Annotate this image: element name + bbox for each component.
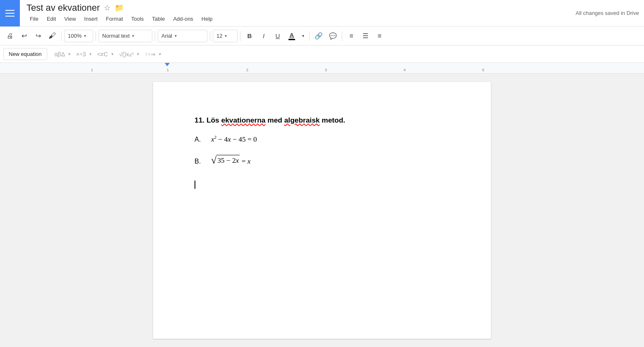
toolbar-divider-5 xyxy=(240,31,240,41)
top-bar: Test av ekvationer ☆ 📁 File Edit View In… xyxy=(0,0,644,27)
math-expr-a: x2 − 4x − 45 = 0 xyxy=(211,134,257,145)
ruler-mark-4: 4 xyxy=(404,68,406,72)
font-dropdown[interactable]: Arial ▾ xyxy=(158,30,207,42)
redwave-algebraisk: algebraisk xyxy=(284,116,320,124)
sqrt-container: √35 − 2x xyxy=(211,155,240,166)
doc-title[interactable]: Test av ekvationer xyxy=(26,2,100,13)
eq-ops-arrow[interactable]: ▾ xyxy=(89,52,91,56)
ruler-mark-3: 3 xyxy=(325,68,327,72)
toolbar-divider-4 xyxy=(210,31,210,41)
link-button[interactable]: 🔗 xyxy=(312,29,325,43)
eq-arrows-arrow[interactable]: ▾ xyxy=(159,52,161,56)
style-value: Normal text xyxy=(102,33,130,39)
item-label-a: A. xyxy=(195,135,203,145)
comment-button[interactable]: 💬 xyxy=(326,29,339,43)
menu-addons[interactable]: Add-ons xyxy=(170,14,196,24)
redwave-ekvationerna: ekvationerna xyxy=(221,116,266,124)
ruler-tab-marker xyxy=(165,63,170,66)
eq-ops-button[interactable]: ×÷3 xyxy=(74,49,89,59)
redo-button[interactable]: ↪ xyxy=(31,29,45,43)
item-label-b: B. xyxy=(195,157,203,166)
style-arrow: ▾ xyxy=(132,34,134,38)
exercise-item-a: A. x2 − 4x − 45 = 0 xyxy=(195,134,449,145)
text-cursor xyxy=(195,181,195,189)
toolbar-divider-7 xyxy=(342,31,342,41)
eq-misc-button[interactable]: √()x₈ⁿ xyxy=(117,49,136,59)
eq-misc-arrow[interactable]: ▾ xyxy=(137,52,139,56)
ruler-mark-5: 5 xyxy=(482,68,484,72)
document-page[interactable]: 11. Lös ekvationerna med algebraisk meto… xyxy=(153,82,491,339)
eq-greek-button[interactable]: αβΔ xyxy=(52,49,68,59)
menu-help[interactable]: Help xyxy=(198,14,216,24)
font-size-value: 12 xyxy=(216,33,222,39)
font-size-dropdown[interactable]: 12 ▾ xyxy=(213,30,238,42)
toolbar-divider-3 xyxy=(155,31,155,41)
underline-button[interactable]: U xyxy=(271,29,284,43)
save-status: All changes saved in Drive xyxy=(576,10,639,16)
document-area[interactable]: 11. Lös ekvationerna med algebraisk meto… xyxy=(0,74,644,347)
menu-table[interactable]: Table xyxy=(149,14,168,24)
document-content[interactable]: 11. Lös ekvationerna med algebraisk meto… xyxy=(195,115,449,189)
font-color-wrapper: A xyxy=(288,31,295,40)
menu-bar: File Edit View Insert Format Tools Table… xyxy=(26,14,567,24)
zoom-dropdown[interactable]: 100% ▾ xyxy=(64,30,93,42)
toolbar-divider-6 xyxy=(309,31,310,41)
equation-toolbar: New equation αβΔ ▾ ×÷3 ▾ <≠C ▾ √()x₈ⁿ ▾ … xyxy=(0,46,644,63)
style-dropdown[interactable]: Normal text ▾ xyxy=(99,30,152,42)
menu-edit[interactable]: Edit xyxy=(43,14,59,24)
main-toolbar: 🖨 ↩ ↪ 🖌 100% ▾ Normal text ▾ Arial ▾ 12 … xyxy=(0,27,644,46)
align-center-button[interactable]: ☰ xyxy=(359,29,372,43)
doc-title-row: Test av ekvationer ☆ 📁 xyxy=(26,2,567,13)
sqrt-content: 35 − 2x xyxy=(216,155,240,166)
paint-format-button[interactable]: 🖌 xyxy=(46,29,59,43)
zoom-arrow: ▾ xyxy=(84,34,86,38)
ruler-mark-2: 2 xyxy=(246,68,248,72)
font-color-button[interactable]: A xyxy=(285,29,298,43)
print-button[interactable]: 🖨 xyxy=(3,29,17,43)
font-arrow: ▾ xyxy=(175,34,177,38)
menu-file[interactable]: File xyxy=(26,14,42,24)
eq-greek-arrow[interactable]: ▾ xyxy=(68,52,70,56)
toolbar-divider-1 xyxy=(61,31,62,41)
sqrt-symbol: √ xyxy=(211,155,216,165)
hamburger-menu[interactable] xyxy=(0,0,20,27)
color-bar xyxy=(288,39,295,40)
menu-tools[interactable]: Tools xyxy=(128,14,147,24)
font-value: Arial xyxy=(161,33,172,39)
ruler-mark-center: 1 xyxy=(167,68,169,72)
size-arrow: ▾ xyxy=(225,34,227,38)
new-equation-button[interactable]: New equation xyxy=(3,48,47,60)
ruler: 1 1 2 3 4 5 xyxy=(0,63,644,74)
zoom-value: 100% xyxy=(68,33,82,39)
font-color-label: A xyxy=(290,31,294,39)
math-expr-b: √35 − 2x = x xyxy=(211,155,250,167)
doc-title-area: Test av ekvationer ☆ 📁 File Edit View In… xyxy=(26,2,567,24)
bold-button[interactable]: B xyxy=(243,29,256,43)
menu-insert[interactable]: Insert xyxy=(81,14,101,24)
color-dropdown-arrow: ▾ xyxy=(302,34,304,38)
hamburger-icon xyxy=(5,10,14,17)
star-icon[interactable]: ☆ xyxy=(104,3,111,12)
line-spacing-button[interactable]: ≡ xyxy=(373,29,386,43)
eq-symbols-group: αβΔ ▾ ×÷3 ▾ <≠C ▾ √()x₈ⁿ ▾ ↑↑⇒ ▾ xyxy=(52,49,161,59)
eq-arrows-button[interactable]: ↑↑⇒ xyxy=(142,49,158,59)
eq-rel-button[interactable]: <≠C xyxy=(95,49,111,59)
ruler-mark-1: 1 xyxy=(91,68,93,72)
menu-format[interactable]: Format xyxy=(103,14,126,24)
exercise-title: 11. Lös ekvationerna med algebraisk meto… xyxy=(195,115,449,126)
italic-button[interactable]: I xyxy=(257,29,270,43)
font-color-arrow-button[interactable]: ▾ xyxy=(299,29,307,43)
toolbar-divider-2 xyxy=(96,31,96,41)
align-left-button[interactable]: ≡ xyxy=(345,29,358,43)
exercise-item-b: B. √35 − 2x = x xyxy=(195,155,449,167)
menu-view[interactable]: View xyxy=(61,14,79,24)
text-cursor-area[interactable] xyxy=(195,179,449,189)
undo-button[interactable]: ↩ xyxy=(17,29,31,43)
eq-rel-arrow[interactable]: ▾ xyxy=(111,52,113,56)
folder-icon[interactable]: 📁 xyxy=(115,3,124,12)
